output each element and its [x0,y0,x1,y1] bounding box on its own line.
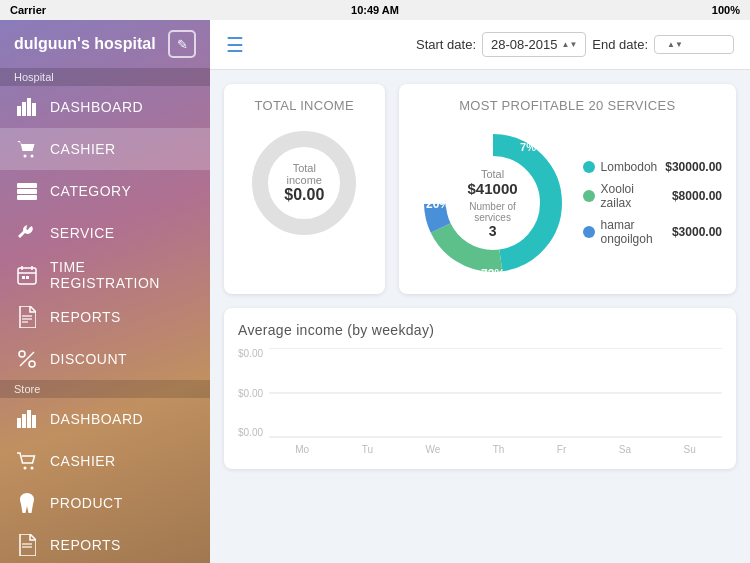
y-axis-label: $0.00 [238,348,263,359]
profitable-content: 73% 20% 7% Total $41000 Number of servic… [413,123,722,283]
end-date-input[interactable]: ▲▼ [654,35,734,54]
total-income-title: TOTAL INCOME [255,98,354,113]
sidebar-item-label: CASHIER [50,141,116,157]
sidebar-item-label: REPORTS [50,309,121,325]
sidebar-item-store-product[interactable]: PRODUCT [0,482,210,524]
legend-item-lombodoh: Lombodoh $30000.00 [583,160,722,174]
layers-icon [14,180,40,202]
start-date-input[interactable]: 28-08-2015 ▲▼ [482,32,586,57]
edit-icon[interactable]: ✎ [168,30,196,58]
legend-value: $3000.00 [672,225,722,239]
percent-icon [14,348,40,370]
cart-icon [14,450,40,472]
x-axis-su: Su [683,444,695,455]
sidebar-header: dulguun's hospital ✎ [0,20,210,68]
profitable-donut: 73% 20% 7% Total $41000 Number of servic… [413,123,573,283]
wrench-icon [14,222,40,244]
svg-line-20 [20,352,34,366]
top-row: TOTAL INCOME Total income $0.00 MOST PRO… [224,84,736,294]
y-axis-label: $0.00 [238,388,263,399]
y-axis-label: $0.00 [238,427,263,438]
battery-label: 100% [712,4,740,16]
sidebar-item-label: REPORTS [50,537,121,553]
sidebar-item-hospital-category[interactable]: CATEGORY [0,170,210,212]
x-axis-we: We [425,444,440,455]
date-range-control: Start date: 28-08-2015 ▲▼ End date: ▲▼ [416,32,734,57]
svg-text:73%: 73% [481,267,505,281]
cart-icon [14,138,40,160]
sidebar-item-hospital-time-registration[interactable]: TIME REGISTRATION [0,254,210,296]
tooth-icon [14,492,40,514]
most-profitable-card: MOST PROFITABLE 20 SERVICES [399,84,736,294]
app-title: dulguun's hospital [14,35,156,53]
legend-name: Lombodoh [601,160,658,174]
donut-services-value: 3 [453,223,533,239]
income-value: $0.00 [274,186,334,204]
sidebar-item-store-dashboard[interactable]: DASHBOARD [0,398,210,440]
sidebar-item-hospital-dashboard[interactable]: DASHBOARD [0,86,210,128]
menu-icon[interactable]: ☰ [226,33,244,57]
svg-rect-22 [22,414,26,428]
sidebar-item-hospital-service[interactable]: SERVICE [0,212,210,254]
calendar-icon [14,264,40,286]
sidebar-item-store-cashier[interactable]: CASHIER [0,440,210,482]
x-axis-mo: Mo [295,444,309,455]
legend-dot [583,190,595,202]
carrier-label: Carrier [10,4,46,16]
svg-point-25 [24,467,27,470]
end-date-arrows[interactable]: ▲▼ [667,40,683,49]
svg-point-18 [19,351,25,357]
svg-text:7%: 7% [520,141,536,153]
legend-name: Xooloi zailax [601,182,664,210]
bar-chart-svg [269,348,722,438]
status-bar: Carrier 10:49 AM 100% [0,0,750,20]
x-axis-sa: Sa [619,444,631,455]
sidebar-item-label: DASHBOARD [50,99,143,115]
top-bar: ☰ Start date: 28-08-2015 ▲▼ End date: ▲▼ [210,20,750,70]
svg-rect-0 [17,106,21,116]
start-date-value: 28-08-2015 [491,37,558,52]
svg-point-4 [24,155,27,158]
sidebar-item-label: TIME REGISTRATION [50,259,196,291]
most-profitable-title: MOST PROFITABLE 20 SERVICES [413,98,722,113]
avg-income-card: Average income (by weekday) $0.00 $0.00 … [224,308,736,469]
svg-text:20%: 20% [426,197,450,211]
svg-rect-8 [17,195,37,200]
section-hospital-label: Hospital [0,68,210,86]
section-store-label: Store [0,380,210,398]
time-label: 10:49 AM [351,4,399,16]
donut-services-label: Number of services [453,201,533,223]
bar-chart-icon [14,408,40,430]
sidebar-item-label: CATEGORY [50,183,131,199]
svg-rect-3 [32,103,36,116]
total-income-donut: Total income $0.00 [244,123,364,243]
donut-center: Total $41000 Number of services 3 [453,168,533,239]
legend-name: hamar ongoilgoh [601,218,664,246]
svg-rect-14 [26,276,29,279]
svg-rect-13 [22,276,25,279]
dashboard-area: TOTAL INCOME Total income $0.00 MOST PRO… [210,70,750,563]
svg-point-19 [29,361,35,367]
sidebar-item-label: PRODUCT [50,495,123,511]
document-icon [14,306,40,328]
svg-rect-7 [17,189,37,194]
svg-rect-6 [17,183,37,188]
main-content: ☰ Start date: 28-08-2015 ▲▼ End date: ▲▼ [210,20,750,563]
legend-dot [583,161,595,173]
app-container: dulguun's hospital ✎ Hospital DASHBOARD [0,20,750,563]
sidebar-item-hospital-reports[interactable]: REPORTS [0,296,210,338]
sidebar-item-hospital-discount[interactable]: DISCOUNT [0,338,210,380]
start-date-arrows[interactable]: ▲▼ [562,40,578,49]
sidebar-item-label: CASHIER [50,453,116,469]
sidebar-item-hospital-cashier[interactable]: CASHIER [0,128,210,170]
x-axis-tu: Tu [362,444,373,455]
svg-rect-24 [32,415,36,428]
chart-legend: Lombodoh $30000.00 Xooloi zailax $8000.0… [583,160,722,246]
svg-rect-1 [22,102,26,116]
svg-rect-23 [27,410,31,428]
sidebar-item-store-reports[interactable]: REPORTS [0,524,210,563]
end-date-label: End date: [592,37,648,52]
svg-point-5 [31,155,34,158]
sidebar-item-label: DASHBOARD [50,411,143,427]
sidebar: dulguun's hospital ✎ Hospital DASHBOARD [0,20,210,563]
